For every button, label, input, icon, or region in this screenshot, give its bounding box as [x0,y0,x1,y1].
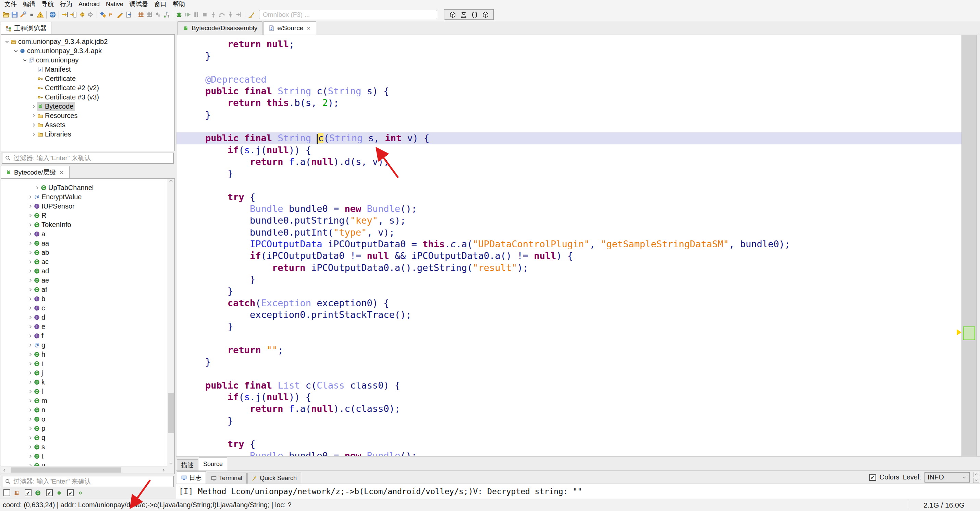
toolbar-step-out-button[interactable] [226,10,235,19]
toolbar-grid-button[interactable] [137,10,145,19]
expander-closed[interactable] [28,268,34,274]
vertical-scrollbar[interactable] [167,179,174,466]
tree-row[interactable]: Resources [1,111,174,120]
code-line[interactable]: return f.a(null).c(class0); [183,403,961,415]
code-line[interactable]: if(s.j(null)) { [183,391,961,403]
toolbar-brush-button[interactable] [247,10,256,19]
menu-item[interactable]: Native [103,1,126,8]
tree-row[interactable]: Cu [1,461,167,466]
tree-row[interactable]: Id [1,313,167,322]
expander-closed[interactable] [28,287,34,292]
expander-closed[interactable] [28,213,34,219]
tree-row[interactable]: Ck [1,378,167,387]
tab-bytecode-disassembly[interactable]: Bytecode/Disassembly [178,21,262,35]
expander-closed[interactable] [28,296,34,302]
code-line[interactable] [183,332,961,344]
code-line[interactable]: if(iPCOutputData0 != null && iPCOutputDa… [183,250,961,262]
toolbar-nav-back-button[interactable] [78,10,86,19]
code-line[interactable]: return iPCOutputData0.a().getString("res… [183,262,961,274]
tree-row[interactable]: Bytecode [1,102,174,111]
menu-item[interactable]: Android [75,1,103,8]
tree-node[interactable]: Resources [37,112,79,120]
scroll-up-icon[interactable] [167,179,174,184]
tree-row[interactable]: Libraries [1,129,174,139]
plugin-brackets-button[interactable] [470,10,479,19]
code-line[interactable]: } [183,356,961,368]
tree-node[interactable]: Caf [34,285,49,294]
toolbar-resume-button[interactable] [183,10,192,19]
expander-closed[interactable] [28,435,34,441]
expander-closed[interactable] [28,389,34,394]
tree-row[interactable]: Cm [1,396,167,406]
tree-row[interactable]: Cac [1,257,167,267]
toolbar-goto-line-button[interactable] [60,10,69,19]
tree-row[interactable]: @g [1,340,167,350]
code-line[interactable]: Bundle bundle0 = new Bundle(); [183,203,961,215]
source-editor[interactable]: return null; } @Deprecated public final … [176,35,961,456]
expander-closed[interactable] [28,370,34,376]
log-content[interactable]: [I] Method Lcom/unionpay/network/z;->b(L… [176,484,980,499]
checkbox[interactable]: ✓ [67,489,74,496]
tree-node[interactable]: Ic [34,304,46,313]
checkbox[interactable]: ✓ [25,489,32,496]
tree-node[interactable]: xManifest [37,65,72,74]
code-line[interactable]: return null; [183,38,961,50]
code-line[interactable]: } [183,321,961,332]
code-line[interactable]: try { [183,438,961,450]
toolbar-nav-forward-button[interactable] [86,10,95,19]
code-line[interactable]: catch(Exception exception0) { [183,297,961,309]
code-line[interactable]: Bundle bundle0 = new Bundle(); [183,450,961,456]
toolbar-grid-grey-button[interactable] [145,10,154,19]
toolbar-pencil-button[interactable] [116,10,124,19]
expander-closed[interactable] [28,352,34,357]
omnibox-input[interactable] [259,10,437,19]
tree-node[interactable]: Cq [34,433,46,442]
tree-row[interactable]: @EncryptValue [1,192,167,202]
tree-row[interactable]: com.unionpay_9.3.4.apk [1,46,174,56]
tree-row[interactable]: Cs [1,442,167,452]
expander-closed[interactable] [31,123,37,128]
tree-row[interactable]: Cl [1,387,167,396]
tree-row[interactable]: Ic [1,303,167,313]
expander-closed[interactable] [28,343,34,348]
menu-item[interactable]: 调试器 [126,0,151,8]
tree-node[interactable]: Ie [34,323,46,331]
tree-node[interactable]: CUpTabChannel [41,184,95,192]
tree-row[interactable]: Ci [1,359,167,368]
tree-row[interactable]: CUpTabChannel [1,183,167,192]
tree-node[interactable]: com.unionpay [29,56,80,64]
toolbar-comment-button[interactable]: /* [107,10,116,19]
tree-row[interactable]: Cab [1,248,167,257]
expander-closed[interactable] [28,417,34,422]
tree-node[interactable]: Cl [34,387,44,396]
tree-row[interactable]: Caf [1,285,167,294]
plugin-box-button[interactable] [481,10,490,19]
scrollbar-thumb[interactable] [11,468,121,473]
tree-node[interactable]: Cj [34,369,44,377]
hierarchy-filter-input[interactable] [13,477,173,486]
code-line[interactable]: } [183,50,961,62]
tree-node[interactable]: Cab [34,248,50,257]
code-line[interactable]: bundle0.putString("key", s); [183,215,961,226]
spin-down-button[interactable] [973,478,979,483]
toolbar-step-over-button[interactable] [218,10,226,19]
tree-row[interactable]: Cj [1,368,167,378]
toolbar-wrench-button[interactable] [19,10,27,19]
tree-node[interactable]: CTokenInfo [34,220,73,229]
expander-closed[interactable] [28,222,34,228]
expander-closed[interactable] [28,250,34,256]
toolbar-save-button[interactable] [10,10,19,19]
tree-row[interactable]: CR [1,211,167,220]
tree-node[interactable]: com.unionpay_9.3.4.apk.jdb2 [11,37,109,46]
expander-closed[interactable] [28,324,34,330]
plugin-spy-button[interactable] [459,10,468,19]
tab-bytecode-hierarchy[interactable]: Bytecode/层级 [1,166,70,178]
tree-node[interactable]: Ci [34,359,44,368]
checkbox[interactable]: ✓ [46,489,53,496]
tree-row[interactable]: Cad [1,267,167,276]
expander-closed[interactable] [35,185,41,191]
expander-closed[interactable] [28,454,34,459]
tree-row[interactable]: Ch [1,350,167,359]
tree-row[interactable]: Certificate #2 (v2) [1,83,174,93]
toolbar-graph-button[interactable] [162,10,171,19]
